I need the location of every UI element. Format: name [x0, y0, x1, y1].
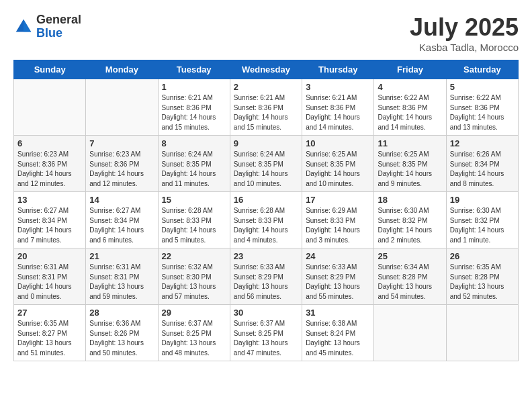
- day-info: Sunrise: 6:36 AM Sunset: 8:26 PM Dayligh…: [89, 319, 154, 358]
- logo-icon: [13, 17, 34, 37]
- day-number: 8: [162, 138, 226, 148]
- calendar-cell: 20Sunrise: 6:31 AM Sunset: 8:31 PM Dayli…: [14, 248, 86, 305]
- day-number: 17: [306, 195, 370, 205]
- day-info: Sunrise: 6:21 AM Sunset: 8:36 PM Dayligh…: [162, 93, 226, 132]
- day-number: 25: [378, 251, 442, 261]
- day-number: 30: [234, 308, 298, 318]
- calendar-cell: [446, 305, 518, 361]
- calendar-cell: 3Sunrise: 6:21 AM Sunset: 8:36 PM Daylig…: [302, 79, 374, 136]
- day-number: 31: [306, 308, 370, 318]
- day-info: Sunrise: 6:30 AM Sunset: 8:32 PM Dayligh…: [450, 206, 515, 245]
- calendar-cell: 17Sunrise: 6:29 AM Sunset: 8:33 PM Dayli…: [302, 192, 374, 248]
- calendar-cell: 11Sunrise: 6:25 AM Sunset: 8:35 PM Dayli…: [374, 136, 446, 192]
- day-info: Sunrise: 6:24 AM Sunset: 8:35 PM Dayligh…: [234, 150, 298, 189]
- logo-general-text: General: [36, 13, 81, 27]
- day-number: 5: [450, 82, 515, 92]
- day-info: Sunrise: 6:28 AM Sunset: 8:33 PM Dayligh…: [162, 206, 226, 245]
- page-header: General Blue July 2025 Kasba Tadla, Moro…: [13, 13, 519, 53]
- day-info: Sunrise: 6:23 AM Sunset: 8:36 PM Dayligh…: [89, 150, 154, 189]
- calendar-cell: 2Sunrise: 6:21 AM Sunset: 8:36 PM Daylig…: [230, 79, 302, 136]
- svg-marker-1: [24, 19, 31, 32]
- day-number: 27: [17, 308, 82, 318]
- day-info: Sunrise: 6:25 AM Sunset: 8:35 PM Dayligh…: [306, 150, 370, 189]
- calendar-header-row: SundayMondayTuesdayWednesdayThursdayFrid…: [14, 60, 519, 79]
- calendar-cell: 21Sunrise: 6:31 AM Sunset: 8:31 PM Dayli…: [86, 248, 158, 305]
- day-header-friday: Friday: [374, 60, 446, 79]
- calendar-week-row: 27Sunrise: 6:35 AM Sunset: 8:27 PM Dayli…: [14, 305, 519, 361]
- day-number: 23: [234, 251, 298, 261]
- location-title: Kasba Tadla, Morocco: [410, 42, 519, 53]
- calendar-cell: 24Sunrise: 6:33 AM Sunset: 8:29 PM Dayli…: [302, 248, 374, 305]
- day-header-sunday: Sunday: [14, 60, 86, 79]
- calendar-cell: 28Sunrise: 6:36 AM Sunset: 8:26 PM Dayli…: [86, 305, 158, 361]
- calendar-cell: 31Sunrise: 6:38 AM Sunset: 8:24 PM Dayli…: [302, 305, 374, 361]
- calendar-week-row: 13Sunrise: 6:27 AM Sunset: 8:34 PM Dayli…: [14, 192, 519, 248]
- day-number: 28: [89, 308, 154, 318]
- day-header-thursday: Thursday: [302, 60, 374, 79]
- day-info: Sunrise: 6:29 AM Sunset: 8:33 PM Dayligh…: [306, 206, 370, 245]
- day-number: 9: [234, 138, 298, 148]
- day-info: Sunrise: 6:22 AM Sunset: 8:36 PM Dayligh…: [378, 93, 442, 132]
- calendar-cell: 1Sunrise: 6:21 AM Sunset: 8:36 PM Daylig…: [158, 79, 230, 136]
- month-title: July 2025: [410, 13, 519, 42]
- calendar-cell: 30Sunrise: 6:37 AM Sunset: 8:25 PM Dayli…: [230, 305, 302, 361]
- day-info: Sunrise: 6:31 AM Sunset: 8:31 PM Dayligh…: [17, 263, 82, 302]
- day-number: 4: [378, 82, 442, 92]
- day-number: 29: [162, 308, 226, 318]
- calendar-cell: 14Sunrise: 6:27 AM Sunset: 8:34 PM Dayli…: [86, 192, 158, 248]
- day-info: Sunrise: 6:32 AM Sunset: 8:30 PM Dayligh…: [162, 263, 226, 302]
- day-info: Sunrise: 6:24 AM Sunset: 8:35 PM Dayligh…: [162, 150, 226, 189]
- calendar-cell: [86, 79, 158, 136]
- day-number: 1: [162, 82, 226, 92]
- day-number: 15: [162, 195, 226, 205]
- logo: General Blue: [13, 13, 81, 40]
- calendar-cell: 13Sunrise: 6:27 AM Sunset: 8:34 PM Dayli…: [14, 192, 86, 248]
- calendar-cell: [374, 305, 446, 361]
- day-number: 24: [306, 251, 370, 261]
- day-number: 18: [378, 195, 442, 205]
- day-info: Sunrise: 6:23 AM Sunset: 8:36 PM Dayligh…: [17, 150, 82, 189]
- calendar-cell: 9Sunrise: 6:24 AM Sunset: 8:35 PM Daylig…: [230, 136, 302, 192]
- day-number: 16: [234, 195, 298, 205]
- day-info: Sunrise: 6:34 AM Sunset: 8:28 PM Dayligh…: [378, 263, 442, 302]
- calendar-cell: 4Sunrise: 6:22 AM Sunset: 8:36 PM Daylig…: [374, 79, 446, 136]
- calendar-cell: 29Sunrise: 6:37 AM Sunset: 8:25 PM Dayli…: [158, 305, 230, 361]
- day-info: Sunrise: 6:25 AM Sunset: 8:35 PM Dayligh…: [378, 150, 442, 189]
- day-number: 20: [17, 251, 82, 261]
- calendar-cell: 26Sunrise: 6:35 AM Sunset: 8:28 PM Dayli…: [446, 248, 518, 305]
- calendar-week-row: 1Sunrise: 6:21 AM Sunset: 8:36 PM Daylig…: [14, 79, 519, 136]
- day-info: Sunrise: 6:27 AM Sunset: 8:34 PM Dayligh…: [89, 206, 154, 245]
- calendar-cell: 5Sunrise: 6:22 AM Sunset: 8:36 PM Daylig…: [446, 79, 518, 136]
- calendar-cell: 23Sunrise: 6:33 AM Sunset: 8:29 PM Dayli…: [230, 248, 302, 305]
- day-number: 3: [306, 82, 370, 92]
- calendar-week-row: 6Sunrise: 6:23 AM Sunset: 8:36 PM Daylig…: [14, 136, 519, 192]
- day-number: 22: [162, 251, 226, 261]
- day-info: Sunrise: 6:27 AM Sunset: 8:34 PM Dayligh…: [17, 206, 82, 245]
- day-number: 21: [89, 251, 154, 261]
- day-header-monday: Monday: [86, 60, 158, 79]
- day-info: Sunrise: 6:35 AM Sunset: 8:27 PM Dayligh…: [17, 319, 82, 358]
- day-info: Sunrise: 6:33 AM Sunset: 8:29 PM Dayligh…: [306, 263, 370, 302]
- day-info: Sunrise: 6:21 AM Sunset: 8:36 PM Dayligh…: [306, 93, 370, 132]
- day-info: Sunrise: 6:37 AM Sunset: 8:25 PM Dayligh…: [162, 319, 226, 358]
- calendar-table: SundayMondayTuesdayWednesdayThursdayFrid…: [13, 60, 519, 361]
- day-number: 6: [17, 138, 82, 148]
- calendar-cell: 10Sunrise: 6:25 AM Sunset: 8:35 PM Dayli…: [302, 136, 374, 192]
- day-header-tuesday: Tuesday: [158, 60, 230, 79]
- calendar-cell: 27Sunrise: 6:35 AM Sunset: 8:27 PM Dayli…: [14, 305, 86, 361]
- day-info: Sunrise: 6:30 AM Sunset: 8:32 PM Dayligh…: [378, 206, 442, 245]
- calendar-cell: 19Sunrise: 6:30 AM Sunset: 8:32 PM Dayli…: [446, 192, 518, 248]
- calendar-cell: 25Sunrise: 6:34 AM Sunset: 8:28 PM Dayli…: [374, 248, 446, 305]
- day-header-saturday: Saturday: [446, 60, 518, 79]
- calendar-cell: 18Sunrise: 6:30 AM Sunset: 8:32 PM Dayli…: [374, 192, 446, 248]
- calendar-cell: 16Sunrise: 6:28 AM Sunset: 8:33 PM Dayli…: [230, 192, 302, 248]
- logo-blue-text: Blue: [36, 27, 81, 40]
- calendar-cell: 12Sunrise: 6:26 AM Sunset: 8:34 PM Dayli…: [446, 136, 518, 192]
- calendar-cell: 6Sunrise: 6:23 AM Sunset: 8:36 PM Daylig…: [14, 136, 86, 192]
- day-info: Sunrise: 6:37 AM Sunset: 8:25 PM Dayligh…: [234, 319, 298, 358]
- day-info: Sunrise: 6:33 AM Sunset: 8:29 PM Dayligh…: [234, 263, 298, 302]
- calendar-cell: 15Sunrise: 6:28 AM Sunset: 8:33 PM Dayli…: [158, 192, 230, 248]
- day-info: Sunrise: 6:21 AM Sunset: 8:36 PM Dayligh…: [234, 93, 298, 132]
- title-block: July 2025 Kasba Tadla, Morocco: [410, 13, 519, 53]
- day-number: 10: [306, 138, 370, 148]
